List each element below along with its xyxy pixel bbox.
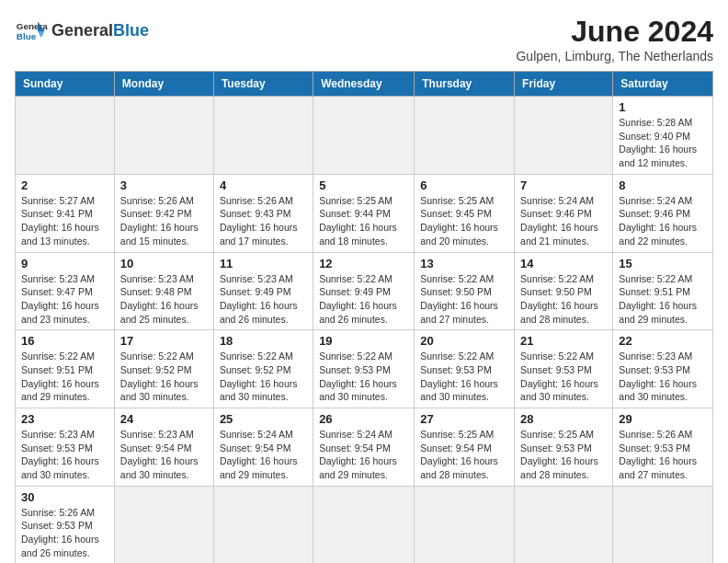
day-number: 12	[319, 257, 408, 270]
day-number: 13	[420, 257, 508, 270]
calendar-cell: 2Sunrise: 5:27 AM Sunset: 9:41 PM Daylig…	[16, 174, 115, 252]
calendar-cell: 21Sunrise: 5:22 AM Sunset: 9:53 PM Dayli…	[515, 330, 613, 408]
calendar-cell	[515, 486, 613, 563]
day-info: Sunrise: 5:24 AM Sunset: 9:54 PM Dayligh…	[319, 428, 408, 482]
day-number: 3	[120, 178, 208, 192]
day-info: Sunrise: 5:22 AM Sunset: 9:53 PM Dayligh…	[319, 350, 408, 404]
calendar-cell: 8Sunrise: 5:24 AM Sunset: 9:46 PM Daylig…	[613, 174, 713, 252]
day-info: Sunrise: 5:26 AM Sunset: 9:53 PM Dayligh…	[21, 506, 108, 560]
header-monday: Monday	[114, 72, 213, 97]
calendar-cell: 23Sunrise: 5:23 AM Sunset: 9:53 PM Dayli…	[16, 408, 115, 487]
day-number: 20	[420, 334, 508, 348]
day-info: Sunrise: 5:25 AM Sunset: 9:45 PM Dayligh…	[420, 194, 508, 248]
title-area: June 2024 Gulpen, Limburg, The Netherlan…	[516, 15, 713, 63]
day-info: Sunrise: 5:26 AM Sunset: 9:43 PM Dayligh…	[220, 194, 307, 248]
calendar-week-0: 1Sunrise: 5:28 AM Sunset: 9:40 PM Daylig…	[16, 97, 713, 175]
day-number: 26	[319, 412, 408, 426]
logo: General Blue GeneralBlue	[15, 15, 149, 48]
day-number: 14	[520, 257, 607, 270]
header: General Blue GeneralBlue June 2024 Gulpe…	[15, 15, 713, 63]
calendar-cell: 22Sunrise: 5:23 AM Sunset: 9:53 PM Dayli…	[613, 330, 713, 408]
day-number: 8	[619, 178, 707, 192]
day-info: Sunrise: 5:22 AM Sunset: 9:50 PM Dayligh…	[420, 272, 508, 327]
day-info: Sunrise: 5:24 AM Sunset: 9:54 PM Dayligh…	[220, 428, 307, 482]
day-number: 7	[520, 178, 607, 192]
logo-text: GeneralBlue	[51, 22, 149, 40]
header-thursday: Thursday	[415, 72, 515, 97]
header-wednesday: Wednesday	[313, 72, 415, 97]
day-number: 1	[619, 100, 707, 114]
location-title: Gulpen, Limburg, The Netherlands	[516, 49, 713, 63]
calendar-cell	[613, 486, 713, 563]
day-info: Sunrise: 5:22 AM Sunset: 9:49 PM Dayligh…	[319, 272, 408, 327]
day-number: 9	[21, 257, 108, 270]
day-info: Sunrise: 5:22 AM Sunset: 9:53 PM Dayligh…	[420, 350, 508, 404]
calendar-cell: 19Sunrise: 5:22 AM Sunset: 9:53 PM Dayli…	[313, 330, 415, 408]
day-info: Sunrise: 5:25 AM Sunset: 9:44 PM Dayligh…	[319, 194, 408, 248]
calendar-cell: 3Sunrise: 5:26 AM Sunset: 9:42 PM Daylig…	[114, 174, 213, 252]
calendar-week-5: 30Sunrise: 5:26 AM Sunset: 9:53 PM Dayli…	[16, 486, 713, 563]
logo-icon: General Blue	[15, 15, 48, 48]
day-info: Sunrise: 5:24 AM Sunset: 9:46 PM Dayligh…	[520, 194, 607, 248]
day-info: Sunrise: 5:23 AM Sunset: 9:53 PM Dayligh…	[21, 428, 108, 482]
day-info: Sunrise: 5:22 AM Sunset: 9:53 PM Dayligh…	[520, 350, 607, 404]
day-number: 11	[220, 257, 307, 270]
calendar-week-3: 16Sunrise: 5:22 AM Sunset: 9:51 PM Dayli…	[16, 330, 713, 408]
day-info: Sunrise: 5:22 AM Sunset: 9:52 PM Dayligh…	[120, 350, 208, 404]
day-info: Sunrise: 5:27 AM Sunset: 9:41 PM Dayligh…	[21, 194, 108, 248]
day-info: Sunrise: 5:28 AM Sunset: 9:40 PM Dayligh…	[619, 116, 707, 170]
calendar-cell: 25Sunrise: 5:24 AM Sunset: 9:54 PM Dayli…	[213, 408, 313, 487]
day-info: Sunrise: 5:24 AM Sunset: 9:46 PM Dayligh…	[619, 194, 707, 248]
header-saturday: Saturday	[613, 72, 713, 97]
day-number: 28	[520, 412, 607, 426]
day-info: Sunrise: 5:26 AM Sunset: 9:53 PM Dayligh…	[619, 428, 707, 482]
calendar-header-row: Sunday Monday Tuesday Wednesday Thursday…	[16, 72, 713, 97]
calendar-week-2: 9Sunrise: 5:23 AM Sunset: 9:47 PM Daylig…	[16, 252, 713, 330]
calendar-cell	[313, 486, 415, 563]
day-number: 17	[120, 334, 208, 348]
day-info: Sunrise: 5:22 AM Sunset: 9:50 PM Dayligh…	[520, 272, 607, 327]
calendar-cell: 27Sunrise: 5:25 AM Sunset: 9:54 PM Dayli…	[415, 408, 515, 487]
day-info: Sunrise: 5:23 AM Sunset: 9:49 PM Dayligh…	[220, 272, 307, 327]
calendar-cell	[313, 97, 415, 175]
calendar-cell	[415, 97, 515, 175]
day-number: 15	[619, 257, 707, 270]
calendar-cell	[415, 486, 515, 563]
calendar-cell	[213, 97, 313, 175]
day-info: Sunrise: 5:23 AM Sunset: 9:54 PM Dayligh…	[120, 428, 208, 482]
calendar-cell: 14Sunrise: 5:22 AM Sunset: 9:50 PM Dayli…	[515, 252, 613, 330]
calendar-cell: 11Sunrise: 5:23 AM Sunset: 9:49 PM Dayli…	[213, 252, 313, 330]
calendar-cell: 1Sunrise: 5:28 AM Sunset: 9:40 PM Daylig…	[613, 97, 713, 175]
day-info: Sunrise: 5:25 AM Sunset: 9:53 PM Dayligh…	[520, 428, 607, 482]
calendar-cell	[114, 486, 213, 563]
calendar-cell: 28Sunrise: 5:25 AM Sunset: 9:53 PM Dayli…	[515, 408, 613, 487]
day-number: 29	[619, 412, 707, 426]
calendar-cell: 7Sunrise: 5:24 AM Sunset: 9:46 PM Daylig…	[515, 174, 613, 252]
header-sunday: Sunday	[16, 72, 115, 97]
calendar-cell: 24Sunrise: 5:23 AM Sunset: 9:54 PM Dayli…	[114, 408, 213, 487]
day-number: 19	[319, 334, 408, 348]
header-friday: Friday	[515, 72, 613, 97]
calendar-cell: 9Sunrise: 5:23 AM Sunset: 9:47 PM Daylig…	[16, 252, 115, 330]
calendar-cell: 29Sunrise: 5:26 AM Sunset: 9:53 PM Dayli…	[613, 408, 713, 487]
svg-text:Blue: Blue	[17, 31, 37, 41]
day-number: 6	[420, 178, 508, 192]
calendar-cell: 30Sunrise: 5:26 AM Sunset: 9:53 PM Dayli…	[16, 486, 115, 563]
day-number: 21	[520, 334, 607, 348]
calendar-cell	[213, 486, 313, 563]
month-title: June 2024	[516, 15, 713, 49]
calendar-cell: 17Sunrise: 5:22 AM Sunset: 9:52 PM Dayli…	[114, 330, 213, 408]
day-info: Sunrise: 5:22 AM Sunset: 9:51 PM Dayligh…	[21, 350, 108, 404]
day-number: 18	[220, 334, 307, 348]
day-info: Sunrise: 5:23 AM Sunset: 9:53 PM Dayligh…	[619, 350, 707, 404]
calendar-cell: 15Sunrise: 5:22 AM Sunset: 9:51 PM Dayli…	[613, 252, 713, 330]
day-number: 2	[21, 178, 108, 192]
header-tuesday: Tuesday	[213, 72, 313, 97]
day-number: 27	[420, 412, 508, 426]
day-info: Sunrise: 5:22 AM Sunset: 9:52 PM Dayligh…	[220, 350, 307, 404]
calendar-cell: 20Sunrise: 5:22 AM Sunset: 9:53 PM Dayli…	[415, 330, 515, 408]
day-number: 23	[21, 412, 108, 426]
svg-marker-3	[38, 31, 44, 38]
day-info: Sunrise: 5:23 AM Sunset: 9:47 PM Dayligh…	[21, 272, 108, 327]
day-number: 16	[21, 334, 108, 348]
